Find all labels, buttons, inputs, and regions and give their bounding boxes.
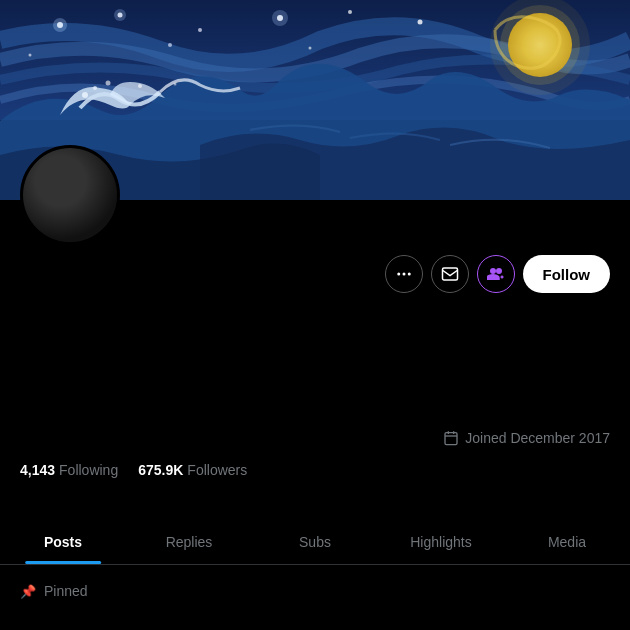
stats-row: 4,143 Following 675.9K Followers	[20, 462, 247, 478]
svg-point-21	[174, 83, 177, 86]
profile-page: Follow Joined December 2017 4,143 Follow…	[0, 0, 630, 630]
tab-highlights[interactable]: Highlights	[378, 520, 504, 564]
svg-point-19	[106, 81, 111, 86]
pinned-label: Pinned	[44, 583, 88, 599]
svg-rect-26	[445, 433, 457, 445]
svg-point-18	[93, 86, 97, 90]
following-count: 4,143	[20, 462, 55, 478]
svg-rect-25	[442, 268, 457, 280]
svg-point-17	[82, 92, 88, 98]
tab-media[interactable]: Media	[504, 520, 630, 564]
following-label: Following	[59, 462, 118, 478]
tab-replies[interactable]: Replies	[126, 520, 252, 564]
svg-point-20	[138, 84, 142, 88]
svg-point-12	[309, 47, 312, 50]
followers-label: Followers	[187, 462, 247, 478]
pin-icon: 📌	[20, 584, 36, 599]
tab-subs[interactable]: Subs	[252, 520, 378, 564]
svg-point-23	[402, 273, 405, 276]
svg-point-9	[418, 20, 423, 25]
svg-point-11	[168, 43, 172, 47]
follow-button[interactable]: Follow	[523, 255, 611, 293]
svg-point-22	[397, 273, 400, 276]
svg-point-7	[272, 10, 288, 26]
avatar-image	[23, 148, 117, 242]
subscribe-button[interactable]	[477, 255, 515, 293]
calendar-icon	[443, 430, 459, 446]
avatar	[20, 145, 120, 245]
followers-count: 675.9K	[138, 462, 183, 478]
svg-point-10	[29, 54, 32, 57]
following-stat[interactable]: 4,143 Following	[20, 462, 118, 478]
svg-point-4	[114, 9, 126, 21]
followers-stat[interactable]: 675.9K Followers	[138, 462, 247, 478]
joined-date: Joined December 2017	[443, 430, 610, 446]
profile-tabs: Posts Replies Subs Highlights Media	[0, 520, 630, 565]
svg-point-5	[198, 28, 202, 32]
more-options-button[interactable]	[385, 255, 423, 293]
svg-point-8	[348, 10, 352, 14]
joined-text: Joined December 2017	[465, 430, 610, 446]
action-bar: Follow	[385, 255, 611, 293]
tab-posts[interactable]: Posts	[0, 520, 126, 564]
svg-point-24	[407, 273, 410, 276]
svg-point-2	[53, 18, 67, 32]
pinned-row: 📌 Pinned	[20, 583, 88, 599]
message-button[interactable]	[431, 255, 469, 293]
